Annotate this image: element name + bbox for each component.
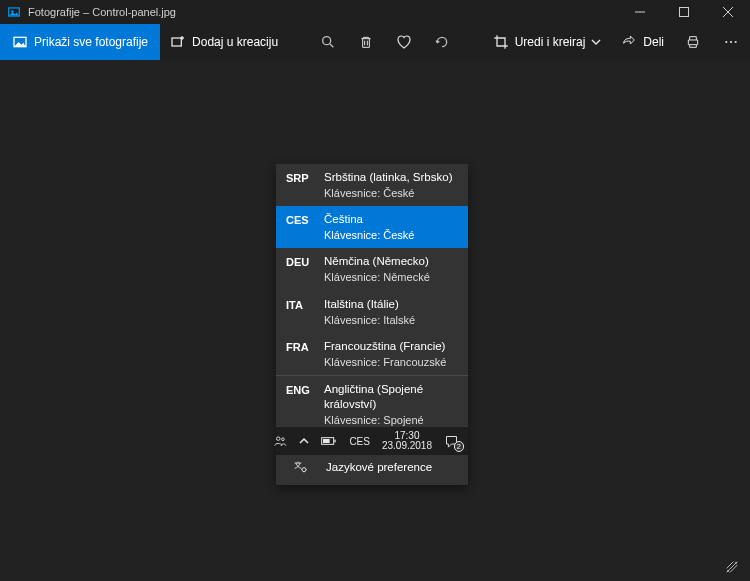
edit-create-label: Uredi i kreiraj (515, 35, 586, 49)
svg-rect-2 (680, 8, 689, 17)
language-name: Angličtina (Spojené království) (324, 382, 458, 412)
svg-rect-4 (172, 38, 181, 46)
language-code: CES (286, 212, 314, 227)
crop-icon (493, 34, 509, 50)
svg-point-6 (725, 41, 727, 43)
language-item-fra[interactable]: FRA Francouzština (Francie) Klávesnice: … (276, 333, 468, 375)
photos-app-window: Fotografije – Control-panel.jpg Prikaži … (0, 0, 750, 581)
trash-icon (358, 34, 374, 50)
zoom-icon (320, 34, 336, 50)
print-button[interactable] (674, 24, 712, 60)
language-item-srp[interactable]: SRP Srbština (latinka, Srbsko) Klávesnic… (276, 164, 468, 206)
svg-point-5 (323, 37, 331, 45)
tray-chevron-icon[interactable] (296, 427, 312, 455)
keyboard-label: Klávesnice: České (324, 186, 458, 200)
zoom-tool-button[interactable] (309, 24, 347, 60)
action-center-icon[interactable]: 2 (441, 427, 462, 455)
language-code: SRP (286, 170, 314, 185)
share-label: Deli (643, 35, 664, 49)
language-name: Němčina (Německo) (324, 254, 458, 269)
language-item-deu[interactable]: DEU Němčina (Německo) Klávesnice: Německ… (276, 248, 468, 290)
more-options-button[interactable] (712, 24, 750, 60)
add-to-creation-label: Dodaj u kreaciju (192, 35, 278, 49)
app-icon (6, 4, 22, 20)
svg-rect-14 (323, 439, 330, 443)
notification-badge: 2 (454, 441, 464, 452)
clock-date: 23.09.2018 (382, 441, 432, 452)
rotate-icon (434, 34, 450, 50)
chevron-down-icon (591, 37, 601, 47)
svg-point-8 (735, 41, 737, 43)
close-button[interactable] (706, 0, 750, 24)
print-icon (685, 34, 701, 50)
show-all-photos-button[interactable]: Prikaži sve fotografije (0, 24, 160, 60)
photo-icon (12, 34, 28, 50)
people-icon[interactable] (270, 427, 290, 455)
delete-button[interactable] (347, 24, 385, 60)
svg-point-10 (277, 437, 281, 441)
language-name: Italština (Itálie) (324, 297, 458, 312)
language-preferences-label: Jazykové preference (326, 461, 432, 473)
svg-point-11 (282, 438, 285, 441)
svg-point-7 (730, 41, 732, 43)
rotate-button[interactable] (423, 24, 461, 60)
show-all-photos-label: Prikaži sve fotografije (34, 35, 148, 49)
ellipsis-icon (723, 34, 739, 50)
language-name: Srbština (latinka, Srbsko) (324, 170, 458, 185)
language-code: ITA (286, 297, 314, 312)
maximize-button[interactable] (662, 0, 706, 24)
edit-create-button[interactable]: Uredi i kreiraj (483, 24, 612, 60)
minimize-button[interactable] (618, 0, 662, 24)
share-button[interactable]: Deli (611, 24, 674, 60)
svg-rect-13 (335, 440, 336, 443)
language-name: Francouzština (Francie) (324, 339, 458, 354)
keyboard-label: Klávesnice: České (324, 228, 458, 242)
language-code: ENG (286, 382, 314, 397)
toolbar: Prikaži sve fotografije Dodaj u kreaciju (0, 24, 750, 60)
title-bar: Fotografije – Control-panel.jpg (0, 0, 750, 24)
language-item-ces[interactable]: CES Čeština Klávesnice: České (276, 206, 468, 248)
keyboard-label: Klávesnice: Francouzské (324, 355, 458, 369)
window-title: Fotografije – Control-panel.jpg (28, 6, 176, 18)
battery-icon[interactable] (318, 427, 340, 455)
keyboard-label: Klávesnice: Německé (324, 270, 458, 284)
language-code: FRA (286, 339, 314, 354)
language-code: DEU (286, 254, 314, 269)
add-creation-icon (170, 34, 186, 50)
favorite-button[interactable] (385, 24, 423, 60)
language-item-ita[interactable]: ITA Italština (Itálie) Klávesnice: Itals… (276, 291, 468, 333)
ime-indicator[interactable]: CES (346, 436, 373, 447)
keyboard-label: Klávesnice: Italské (324, 313, 458, 327)
resize-handle-icon[interactable] (724, 559, 740, 575)
share-icon (621, 34, 637, 50)
heart-icon (395, 33, 413, 51)
language-name: Čeština (324, 212, 458, 227)
language-settings-icon (286, 459, 314, 475)
svg-point-9 (302, 467, 306, 471)
taskbar: CES 17:30 23.09.2018 2 (276, 427, 468, 455)
clock[interactable]: 17:30 23.09.2018 (379, 431, 435, 452)
add-to-creation-button[interactable]: Dodaj u kreaciju (160, 24, 288, 60)
